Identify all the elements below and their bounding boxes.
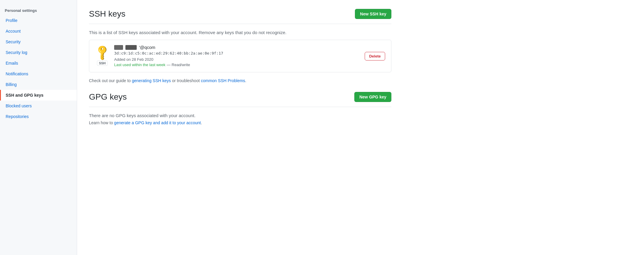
main-content: SSH keys New SSH key This is a list of S… <box>77 0 403 255</box>
ssh-help-text: Check out our guide to generating SSH ke… <box>89 78 391 83</box>
gpg-learn-text: Learn how to generate a GPG key and add … <box>89 120 391 125</box>
gpg-section-title: GPG keys <box>89 92 127 102</box>
ssh-help-middle: or troubleshoot <box>171 78 201 83</box>
key-name-redacted-1 <box>114 45 123 50</box>
ssh-help-after: . <box>245 78 246 83</box>
sidebar-link-emails[interactable]: Emails <box>1 58 77 68</box>
key-added: Added on 28 Feb 2020 <box>114 57 153 62</box>
key-icon: 🔑 <box>93 43 111 62</box>
sidebar-item-security-log[interactable]: Security log <box>0 47 77 58</box>
key-name-redacted-2 <box>125 45 137 50</box>
ssh-key-card: 🔑 SSH '@q​​​com 3d:c9:1d:c5:0c:ac:ed:29:… <box>89 40 391 72</box>
key-meta: Added on 28 Feb 2020 <box>114 57 360 62</box>
sidebar-link-ssh-gpg-keys[interactable]: SSH and GPG keys <box>1 90 77 101</box>
sidebar-heading: Personal settings <box>0 6 77 15</box>
gpg-section-header: GPG keys New GPG key <box>89 92 391 107</box>
sidebar-item-emails[interactable]: Emails <box>0 58 77 68</box>
sidebar-item-repositories[interactable]: Repositories <box>0 111 77 122</box>
key-usage-row: Last used within the last week — Read/wr… <box>114 62 360 67</box>
sidebar-item-account[interactable]: Account <box>0 26 77 36</box>
gpg-learn-after: . <box>201 120 202 125</box>
sidebar-item-profile[interactable]: Profile <box>0 15 77 26</box>
sidebar-item-ssh-gpg-keys[interactable]: SSH and GPG keys <box>0 90 77 101</box>
sidebar-link-blocked-users[interactable]: Blocked users <box>1 101 77 111</box>
new-ssh-key-button[interactable]: New SSH key <box>355 9 391 19</box>
gpg-no-keys-text: There are no GPG keys associated with yo… <box>89 113 391 118</box>
key-fingerprint: 3d:c9:1d:c5:0c:ac:ed:29:62:40:bb:2a:ae:0… <box>114 51 360 55</box>
delete-ssh-key-button[interactable]: Delete <box>365 52 385 60</box>
ssh-section-title: SSH keys <box>89 9 125 19</box>
sidebar-link-profile[interactable]: Profile <box>1 15 77 26</box>
gpg-learn-before: Learn how to <box>89 120 114 125</box>
key-details: '@q​​​com 3d:c9:1d:c5:0c:ac:ed:29:62:40:… <box>114 45 360 67</box>
new-gpg-key-button[interactable]: New GPG key <box>354 92 391 102</box>
sidebar-link-repositories[interactable]: Repositories <box>1 111 77 122</box>
ssh-section-header: SSH keys New SSH key <box>89 9 391 24</box>
sidebar-link-account[interactable]: Account <box>1 26 77 36</box>
ssh-help-before: Check out our guide to <box>89 78 132 83</box>
sidebar-link-billing[interactable]: Billing <box>1 79 77 90</box>
sidebar-link-notifications[interactable]: Notifications <box>1 68 77 79</box>
key-icon-area: 🔑 SSH <box>95 46 109 66</box>
common-ssh-problems-link[interactable]: common SSH Problems <box>201 78 245 83</box>
sidebar-item-billing[interactable]: Billing <box>0 79 77 90</box>
key-last-used: Last used within the last week <box>114 63 165 67</box>
sidebar-link-security-log[interactable]: Security log <box>1 47 77 58</box>
key-rw: — Read/write <box>167 63 190 67</box>
sidebar-nav: Profile Account Security Security log Em… <box>0 15 77 122</box>
sidebar-item-notifications[interactable]: Notifications <box>0 68 77 79</box>
key-name-suffix: '@q​​​com <box>139 45 155 50</box>
key-name-row: '@q​​​com <box>114 45 360 50</box>
sidebar-link-security[interactable]: Security <box>1 36 77 47</box>
ssh-description: This is a list of SSH keys associated wi… <box>89 30 391 35</box>
sidebar-item-blocked-users[interactable]: Blocked users <box>0 101 77 111</box>
sidebar-item-security[interactable]: Security <box>0 36 77 47</box>
sidebar: Personal settings Profile Account Securi… <box>0 0 77 255</box>
generate-gpg-key-link[interactable]: generate a GPG key and add it to your ac… <box>114 120 201 125</box>
generating-ssh-keys-link[interactable]: generating SSH keys <box>132 78 171 83</box>
